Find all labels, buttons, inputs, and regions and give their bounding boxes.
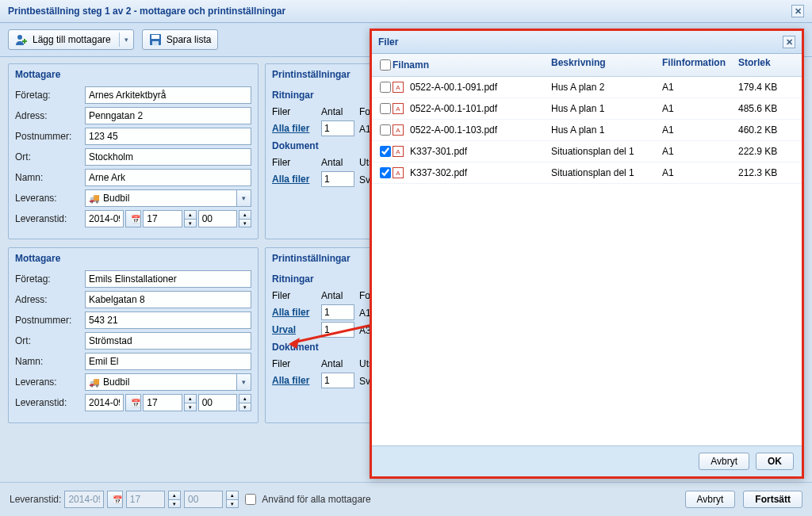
delivery-combo-trigger[interactable]: ▾: [237, 373, 251, 391]
dropdown-caret-icon[interactable]: ▾: [119, 32, 133, 47]
alla-filer-link[interactable]: Alla filer: [272, 174, 316, 185]
alla-filer-link[interactable]: Alla filer: [272, 123, 316, 134]
modal-ok-button[interactable]: OK: [756, 453, 794, 470]
row-checkbox[interactable]: [380, 167, 391, 178]
modal-header: Filer ✕: [372, 31, 802, 53]
date-input[interactable]: [85, 210, 124, 227]
minute-input[interactable]: [198, 210, 237, 227]
delivery-combo[interactable]: 🚚Budbil: [85, 189, 237, 207]
use-for-all-label: Använd för alla mottagare: [262, 494, 370, 505]
footer-minute-input[interactable]: [184, 491, 223, 508]
row-checkbox[interactable]: [380, 82, 391, 93]
city-input[interactable]: [85, 332, 251, 350]
hour-up-icon[interactable]: ▴: [184, 210, 197, 219]
file-size-cell: 212.3 KB: [738, 167, 797, 178]
table-row[interactable]: A0522-A-00.1-101.pdfHus A plan 1A1485.6 …: [372, 98, 802, 120]
file-info-cell: A1: [662, 124, 738, 136]
file-desc-cell: Hus A plan 1: [551, 124, 662, 136]
col-fileinfo[interactable]: Filinformation: [662, 57, 738, 73]
footer-hour-input[interactable]: [126, 491, 165, 508]
modal-close-icon[interactable]: ✕: [783, 36, 795, 48]
label-company: Företag:: [15, 273, 85, 285]
minute-up-icon[interactable]: ▴: [239, 210, 251, 219]
alla-filer-link[interactable]: Alla filer: [272, 375, 316, 386]
calendar-icon[interactable]: 📅: [125, 394, 141, 411]
add-recipient-label: Lägg till mottagare: [33, 34, 111, 45]
qty-input[interactable]: [321, 171, 354, 187]
minute-down-icon[interactable]: ▾: [226, 499, 239, 508]
modal-title: Filer: [378, 36, 398, 48]
postal-input[interactable]: [85, 128, 251, 145]
label-address: Adress:: [15, 294, 85, 305]
use-for-all-checkbox[interactable]: [245, 494, 256, 505]
delivery-combo[interactable]: 🚚Budbil: [85, 373, 237, 391]
name-input[interactable]: [85, 353, 251, 370]
row-checkbox[interactable]: [380, 124, 391, 136]
file-name-cell: A0522-A-00.1-103.pdf: [393, 124, 551, 136]
hour-up-icon[interactable]: ▴: [184, 394, 197, 403]
modal-cancel-button[interactable]: Avbryt: [699, 453, 749, 470]
hour-input[interactable]: [143, 394, 182, 411]
calendar-icon[interactable]: 📅: [125, 210, 141, 227]
cancel-button[interactable]: Avbryt: [685, 491, 736, 508]
hour-down-icon[interactable]: ▾: [184, 219, 197, 227]
svg-rect-5: [152, 41, 159, 45]
select-all-checkbox[interactable]: [380, 59, 391, 71]
pdf-icon: A: [393, 167, 404, 178]
urval-link[interactable]: Urval: [272, 324, 316, 335]
delivery-combo-trigger[interactable]: ▾: [237, 189, 251, 207]
col-description[interactable]: Beskrivning: [551, 57, 662, 73]
save-icon: [149, 33, 162, 46]
date-input[interactable]: [85, 394, 124, 411]
qty-input[interactable]: [321, 373, 354, 388]
add-user-icon: [15, 33, 28, 46]
minute-down-icon[interactable]: ▾: [239, 403, 251, 411]
table-row[interactable]: AK337-301.pdfSituationsplan del 1A1222.9…: [372, 141, 802, 162]
hour-input[interactable]: [143, 210, 182, 227]
qty-input[interactable]: [321, 120, 354, 136]
file-desc-cell: Situationsplan del 1: [551, 167, 662, 178]
recipient-header: Mottagare: [9, 248, 258, 270]
company-input[interactable]: [85, 86, 251, 104]
next-button[interactable]: Fortsätt: [743, 491, 802, 508]
svg-rect-2: [22, 40, 27, 42]
footer-date-input[interactable]: [64, 491, 103, 508]
close-icon[interactable]: ✕: [791, 5, 804, 17]
table-row[interactable]: A0522-A-00.1-091.pdfHus A plan 2A1179.4 …: [372, 77, 802, 98]
col-filename[interactable]: Filnamn: [393, 57, 551, 73]
label-deliverytime: Leveranstid:: [15, 213, 85, 224]
save-list-label: Spara lista: [167, 34, 212, 45]
qty-input[interactable]: [321, 304, 354, 320]
recipient-panel: Mottagare Företag: Adress: Postnummer: O…: [8, 63, 259, 239]
row-checkbox[interactable]: [380, 103, 391, 114]
label-name: Namn:: [15, 356, 85, 367]
label-address: Adress:: [15, 110, 85, 121]
row-checkbox[interactable]: [380, 146, 391, 157]
pdf-icon: A: [393, 103, 404, 114]
add-recipient-button[interactable]: Lägg till mottagare ▾: [8, 29, 134, 50]
company-input[interactable]: [85, 270, 251, 288]
minute-up-icon[interactable]: ▴: [226, 491, 239, 499]
footer-deliverytime-label: Leveranstid:: [10, 494, 61, 505]
table-row[interactable]: A0522-A-00.1-103.pdfHus A plan 1A1460.2 …: [372, 120, 802, 141]
hour-up-icon[interactable]: ▴: [168, 491, 181, 499]
minute-up-icon[interactable]: ▴: [239, 394, 251, 403]
city-input[interactable]: [85, 148, 251, 166]
alla-filer-link[interactable]: Alla filer: [272, 307, 316, 318]
qty-input[interactable]: [321, 322, 354, 338]
address-input[interactable]: [85, 291, 251, 308]
postal-input[interactable]: [85, 312, 251, 329]
file-info-cell: A1: [662, 167, 738, 178]
hour-down-icon[interactable]: ▾: [168, 499, 181, 508]
col-size[interactable]: Storlek: [738, 57, 797, 73]
minute-down-icon[interactable]: ▾: [239, 219, 251, 227]
save-list-button[interactable]: Spara lista: [142, 29, 219, 50]
table-row[interactable]: AK337-302.pdfSituationsplan del 1A1212.3…: [372, 162, 802, 184]
truck-icon: 🚚: [89, 377, 100, 388]
address-input[interactable]: [85, 107, 251, 124]
hour-down-icon[interactable]: ▾: [184, 403, 197, 411]
minute-input[interactable]: [198, 394, 237, 411]
calendar-icon[interactable]: 📅: [107, 491, 123, 508]
pdf-icon: A: [393, 82, 404, 93]
name-input[interactable]: [85, 169, 251, 186]
